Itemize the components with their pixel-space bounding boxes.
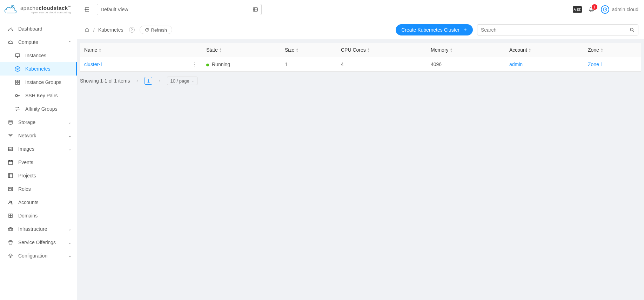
chevron-down-icon: ⌄ — [68, 241, 71, 244]
create-cluster-button[interactable]: Create Kubernetes Cluster — [396, 24, 473, 35]
svg-rect-7 — [18, 80, 20, 82]
notifications-button[interactable]: 1 — [588, 6, 595, 13]
cloud-icon — [8, 39, 13, 45]
sidebar-item-instance-groups[interactable]: Instance Groups — [0, 76, 77, 89]
svg-rect-13 — [8, 161, 13, 164]
sidebar-item-configuration[interactable]: Configuration ⌄ — [0, 249, 77, 262]
picture-icon — [8, 146, 13, 152]
sidebar-item-images[interactable]: Images ⌄ — [0, 142, 77, 156]
key-icon — [15, 93, 20, 98]
app-header: apachecloudstack™ open source cloud comp… — [0, 0, 644, 19]
sidebar-item-events[interactable]: Events — [0, 156, 77, 169]
database-icon — [8, 119, 13, 125]
svg-marker-4 — [15, 66, 20, 71]
user-name: admin cloud — [612, 7, 639, 12]
kubernetes-icon — [15, 66, 20, 72]
cluster-name-link[interactable]: cluster-1 — [84, 61, 103, 67]
svg-rect-14 — [8, 174, 13, 178]
page-number[interactable]: 1 — [145, 77, 152, 85]
svg-point-21 — [630, 28, 633, 31]
search-icon — [630, 27, 635, 32]
sidebar-item-storage[interactable]: Storage ⌄ — [0, 116, 77, 129]
svg-rect-3 — [15, 54, 20, 57]
sidebar-item-infrastructure[interactable]: Infrastructure ⌄ — [0, 222, 77, 236]
plus-icon — [463, 28, 467, 32]
bank-icon — [8, 226, 13, 232]
sort-icon: ▲▼ — [450, 48, 453, 53]
sort-icon: ▲▼ — [529, 48, 531, 53]
sidebar-item-roles[interactable]: Roles — [0, 182, 77, 196]
svg-rect-1 — [253, 8, 257, 11]
col-memory[interactable]: Memory▲▼ — [428, 43, 507, 57]
sidebar: Dashboard Compute ⌄ Instances Kubernetes… — [0, 19, 77, 300]
svg-point-5 — [17, 68, 18, 70]
col-cpu[interactable]: CPU Cores▲▼ — [338, 43, 428, 57]
wifi-icon — [8, 133, 13, 138]
sidebar-item-network[interactable]: Network ⌄ — [0, 129, 77, 142]
user-menu[interactable]: admin cloud — [601, 5, 639, 14]
sidebar-item-affinity-groups[interactable]: Affinity Groups — [0, 102, 77, 116]
col-zone[interactable]: Zone▲▼ — [585, 43, 641, 57]
col-name[interactable]: Name▲▼ — [80, 43, 203, 57]
prev-page-button[interactable]: ‹ — [133, 77, 141, 85]
svg-point-20 — [10, 255, 11, 256]
desktop-icon — [15, 53, 20, 58]
search-input[interactable] — [481, 27, 630, 33]
cluster-cpu: 4 — [338, 57, 428, 72]
account-link[interactable]: admin — [509, 61, 523, 67]
sort-icon: ▲▼ — [219, 48, 222, 53]
svg-rect-6 — [15, 80, 17, 82]
sidebar-item-ssh-key-pairs[interactable]: SSH Key Pairs — [0, 89, 77, 102]
breadcrumb: / Kubernetes ? — [84, 27, 135, 33]
main-content: / Kubernetes ? Refresh Create Kubernetes… — [77, 19, 644, 300]
breadcrumb-home[interactable] — [84, 27, 90, 33]
reload-icon — [145, 28, 149, 32]
zone-link[interactable]: Zone 1 — [588, 61, 603, 67]
clusters-table: Name▲▼ State▲▼ Size▲▼ CPU Cores▲▼ Memory… — [80, 43, 641, 72]
logo-subtitle: open source cloud computing — [20, 11, 71, 14]
breadcrumb-current: Kubernetes — [98, 27, 123, 33]
sidebar-item-domains[interactable]: Domains — [0, 209, 77, 222]
sidebar-item-instances[interactable]: Instances — [0, 49, 77, 62]
swap-icon — [15, 106, 20, 112]
language-switcher[interactable]: A▐文 — [573, 6, 582, 13]
table-row: cluster-1 ⋮ Running 1 4 4096 admin Zone … — [80, 57, 641, 72]
row-actions-button[interactable]: ⋮ — [189, 61, 201, 67]
view-selector-label: Default View — [101, 7, 128, 12]
project-icon — [253, 7, 258, 12]
block-icon — [8, 213, 13, 219]
chevron-down-icon: ⌄ — [68, 40, 71, 44]
pagination: Showing 1-1 of 1 items ‹ 1 › 10 / page ⌄ — [77, 72, 644, 90]
col-state[interactable]: State▲▼ — [203, 43, 282, 57]
notification-count: 1 — [592, 4, 597, 10]
sort-icon: ▲▼ — [601, 48, 603, 53]
sort-icon: ▲▼ — [296, 48, 298, 53]
chevron-down-icon: ⌄ — [68, 147, 71, 151]
sidebar-item-projects[interactable]: Projects — [0, 169, 77, 182]
view-selector[interactable]: Default View — [97, 4, 262, 15]
shopping-icon — [8, 240, 13, 245]
next-page-button[interactable]: › — [156, 77, 163, 85]
col-account[interactable]: Account▲▼ — [507, 43, 585, 57]
sidebar-item-kubernetes[interactable]: Kubernetes — [0, 62, 77, 76]
sort-icon: ▲▼ — [99, 48, 101, 53]
col-size[interactable]: Size▲▼ — [282, 43, 338, 57]
svg-point-10 — [15, 94, 18, 97]
sidebar-collapse-button[interactable] — [81, 3, 93, 16]
sidebar-item-accounts[interactable]: Accounts — [0, 196, 77, 209]
sidebar-item-service-offerings[interactable]: Service Offerings ⌄ — [0, 236, 77, 249]
search-box[interactable] — [477, 24, 638, 35]
sidebar-item-dashboard[interactable]: Dashboard — [0, 22, 77, 35]
logo-text-bold: cloudstack — [39, 5, 68, 11]
svg-rect-8 — [15, 83, 17, 84]
sidebar-item-compute[interactable]: Compute ⌄ — [0, 35, 77, 49]
help-icon[interactable]: ? — [129, 27, 135, 33]
schedule-icon — [8, 159, 13, 165]
svg-point-11 — [9, 120, 12, 122]
cloudstack-logo-icon — [4, 3, 18, 16]
svg-point-18 — [11, 202, 12, 203]
svg-rect-9 — [18, 83, 20, 84]
logo[interactable]: apachecloudstack™ open source cloud comp… — [0, 3, 77, 16]
refresh-button[interactable]: Refresh — [140, 26, 173, 34]
page-size-selector[interactable]: 10 / page ⌄ — [167, 77, 197, 85]
